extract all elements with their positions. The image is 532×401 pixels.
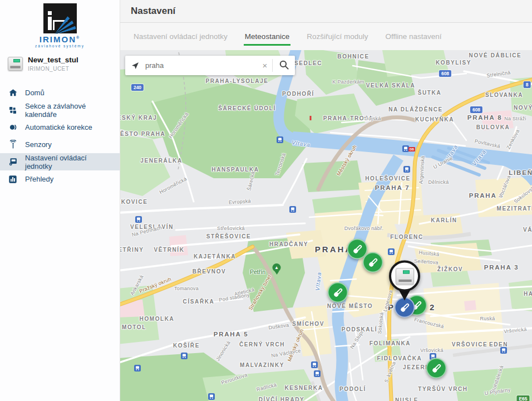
district-label: DÍVČÍ HRADY xyxy=(259,397,305,401)
district-label: VRŠOVICE xyxy=(452,341,487,348)
sidebar-item-corrections[interactable]: Automatické korekce xyxy=(0,119,120,136)
route-badge: 608 xyxy=(439,70,451,77)
sidebar-item-label: Domů xyxy=(25,89,45,97)
weather-station-marker[interactable] xyxy=(426,358,447,379)
search-button[interactable] xyxy=(273,56,295,75)
transit-station-icon xyxy=(181,351,188,361)
district-label: NOVÉ DÁBLICE xyxy=(469,52,522,58)
search-input[interactable] xyxy=(145,61,258,70)
sidebar-item-label: Senzory xyxy=(25,140,52,149)
district-label: KUCHYŇKA xyxy=(415,116,454,123)
sidebar-item-reports[interactable]: Přehledy xyxy=(0,170,120,188)
weather-station-marker[interactable] xyxy=(363,252,383,273)
district-label: KOBYLISY xyxy=(436,60,471,66)
sidebar-item-sensors[interactable]: Senzory xyxy=(0,136,120,153)
district-label: ČESKÝ KRAJ xyxy=(120,115,157,121)
controller-pin[interactable] xyxy=(388,260,421,304)
district-label: LIBEŇ xyxy=(509,169,532,176)
park-poi-pin: ▲ xyxy=(273,263,281,275)
district-label: FLORENC xyxy=(390,234,423,240)
sidebar-item-sections[interactable]: Sekce a závlahové kalendáře xyxy=(0,101,120,119)
district-label: CÍSAŘKA xyxy=(183,299,215,305)
app-window: IRIMON® závlahové systémy New_test_stul … xyxy=(0,0,532,401)
tab-offline-settings[interactable]: Offline nastavení xyxy=(384,25,442,48)
district-label: BŘEVNOV xyxy=(193,268,226,275)
irimon-logo: IRIMON® závlahové systémy xyxy=(0,0,120,50)
district-label: PODOLÍ xyxy=(339,386,366,392)
irimon-logo-mark xyxy=(43,3,77,33)
district-label: JENERÁLKA xyxy=(140,158,183,164)
district-label: ŠÁRECKÉ ÚDOLÍ xyxy=(218,105,276,111)
device-selector[interactable]: New_test_stul IRIMON_UCET xyxy=(0,50,120,76)
reports-icon xyxy=(8,174,18,184)
district-label: KOŠÍŘE xyxy=(173,343,200,349)
sidebar-item-controller-settings[interactable]: Nastavení ovládací jednotky xyxy=(0,153,120,170)
transit-station-icon xyxy=(314,369,321,379)
district-label: NA DLÁŽDĚNCE xyxy=(388,106,443,113)
transit-station-icon xyxy=(134,364,141,374)
sidebar-item-label: Nastavení ovládací jednotky xyxy=(25,154,112,170)
district-label: ČERNÝ VRCH xyxy=(239,341,285,348)
district-label: HRADČANY xyxy=(269,241,308,247)
district-label: FIDLOVAČKA xyxy=(377,355,422,361)
street-label: Ruská xyxy=(480,316,495,321)
sensors-icon xyxy=(8,140,18,150)
tab-weather-stations[interactable]: Meteostanice xyxy=(244,25,290,48)
sidebar-item-home[interactable]: Domů xyxy=(0,84,120,101)
transit-station-icon xyxy=(208,392,215,401)
route-badge: E65 xyxy=(516,395,529,401)
corrections-icon xyxy=(8,123,18,133)
page-header: Nastavení xyxy=(120,0,532,23)
poi-label: Petřín xyxy=(250,268,265,275)
district-label: VÁPENKA xyxy=(523,227,532,233)
street-label: Na Stráži xyxy=(504,116,526,121)
transit-station-icon xyxy=(500,346,507,356)
district-label: SLOVANKA xyxy=(485,92,523,98)
district-label: HOLEŠOVICE xyxy=(365,175,411,182)
controller-device-icon xyxy=(8,57,23,71)
map-base-layer xyxy=(120,50,532,401)
district-label: NUSLE xyxy=(395,397,418,401)
district-label: KESNERKA xyxy=(285,385,323,391)
district-label: PRAHA 8 xyxy=(467,114,503,121)
clear-search-icon[interactable]: × xyxy=(258,61,272,70)
page-title: Nastavení xyxy=(131,6,175,17)
district-label: VĚTRNÍK xyxy=(154,247,184,253)
district-label: MALVAZINKY xyxy=(240,362,284,368)
map-search-box: × xyxy=(125,56,295,75)
sidebar-menu: Domů Sekce a závlahové kalendáře Automat… xyxy=(0,84,120,188)
district-label: PRAHA 5 xyxy=(214,331,249,338)
weather-station-marker[interactable] xyxy=(328,282,348,303)
district-label: PRAHA-LYSOLAJE xyxy=(205,78,268,84)
street-label: Tomanova xyxy=(174,286,199,291)
street-label: Trojská xyxy=(363,116,381,121)
route-badge: 608 xyxy=(470,106,482,113)
map[interactable]: SEDLECBOHNICENOVÉ DÁBLICEKOBYLISYVELKÁ S… xyxy=(120,50,532,401)
district-label: PODHOŘÍ xyxy=(282,91,314,97)
district-label: KARLÍN xyxy=(431,217,457,223)
district-label: MĚSTO PRAHA xyxy=(120,131,165,137)
district-label: PETŘINY xyxy=(120,247,144,253)
district-label: BOHNICE xyxy=(337,53,369,60)
transit-station-icon xyxy=(135,215,142,225)
transit-station-icon xyxy=(388,247,395,257)
district-label: ŽIŽKOV xyxy=(437,266,463,272)
district-label: NOVÉ MĚSTO xyxy=(327,303,373,309)
navigate-icon xyxy=(125,61,145,70)
sidebar: IRIMON® závlahové systémy New_test_stul … xyxy=(0,0,120,401)
district-label: NOVÝ STŘÍŽKOV xyxy=(514,105,532,111)
sidebar-item-label: Přehledy xyxy=(25,175,53,183)
sidebar-item-label: Automatické korekce xyxy=(25,123,92,131)
district-label: SMÍCHOV xyxy=(292,321,324,327)
district-label: STŘEŠOVICE xyxy=(206,233,251,239)
district-label: VELKÁ SKÁLA xyxy=(366,82,416,89)
district-label: MOTOL xyxy=(122,324,146,330)
transit-station-icon xyxy=(403,165,410,175)
db-badge: DB xyxy=(408,147,415,151)
content-area: Nastavení Nastavení ovládací jednotky Me… xyxy=(120,0,532,401)
tab-controller-settings[interactable]: Nastavení ovládací jednotky xyxy=(132,25,229,48)
tab-bar: Nastavení ovládací jednotky Meteostanice… xyxy=(120,23,532,50)
home-icon xyxy=(8,88,18,98)
tab-expansion-modules[interactable]: Rozšiřující moduly xyxy=(306,25,369,48)
brand-tagline: závlahové systémy xyxy=(0,44,120,48)
